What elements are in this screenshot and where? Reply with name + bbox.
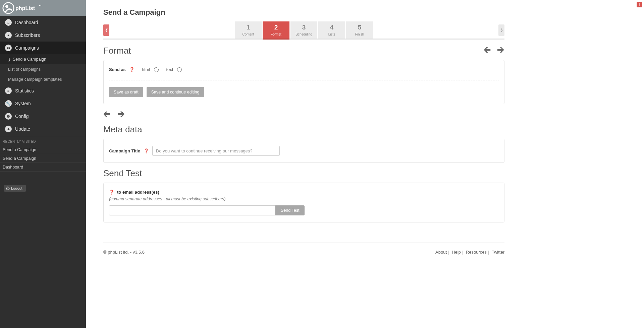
recent-header: RECENTLY VISITED xyxy=(0,137,86,145)
send-test-panel: ❓ to email address(es): (comma separate … xyxy=(103,183,504,222)
sidebar-item-label: System xyxy=(15,101,31,106)
campaign-title-input[interactable] xyxy=(152,146,280,156)
svg-point-1 xyxy=(5,5,8,8)
user-icon: ● xyxy=(5,32,12,39)
sidebar-item-update[interactable]: ＋ Update xyxy=(0,123,86,135)
sidebar-item-subscribers[interactable]: ● Subscribers xyxy=(0,29,86,42)
sidebar-sub-manage-templates[interactable]: Manage campaign templates xyxy=(0,74,86,84)
arrow-left-icon[interactable]: 🡰 xyxy=(484,46,491,55)
footer-phplist-link[interactable]: phpList ltd. xyxy=(108,250,129,255)
html-option-label: html xyxy=(142,67,150,72)
home-icon: ⌂ xyxy=(5,19,12,26)
text-radio[interactable] xyxy=(177,67,182,72)
svg-point-0 xyxy=(3,3,14,13)
svg-text:phpList: phpList xyxy=(15,5,35,11)
sidebar-sub-label: Manage campaign templates xyxy=(8,77,62,82)
plus-icon: ＋ xyxy=(5,126,12,132)
html-radio[interactable] xyxy=(154,67,159,72)
inline-nav-arrows: 🡰 🡲 xyxy=(103,110,504,119)
info-badge[interactable]: i xyxy=(637,2,642,7)
save-draft-button[interactable]: Save as draft xyxy=(109,87,143,97)
logo-bar[interactable]: phpList xyxy=(0,0,86,16)
campaign-title-label: Campaign Title xyxy=(109,148,140,153)
footer-link-about[interactable]: About xyxy=(435,250,447,255)
sidebar-item-statistics[interactable]: ≡ Statistics xyxy=(0,84,86,97)
recent-item[interactable]: Dashboard xyxy=(0,163,86,172)
sidebar-item-label: Subscribers xyxy=(15,32,40,38)
sidebar-item-system[interactable]: 🔧 System xyxy=(0,97,86,110)
gear-icon: ⚙ xyxy=(5,113,12,120)
mail-icon: ✉ xyxy=(5,45,12,51)
sidebar-item-campaigns[interactable]: ✉ Campaigns xyxy=(0,42,86,54)
svg-point-3 xyxy=(39,5,40,6)
sidebar: phpList ⌂ Dashboard ● Subscribers ✉ Camp… xyxy=(0,0,86,328)
footer: © phpList ltd. - v3.5.6 About| Help| Res… xyxy=(103,243,504,255)
footer-link-help[interactable]: Help xyxy=(452,250,461,255)
step-tab-format[interactable]: 2 Format xyxy=(263,21,289,39)
section-nav-arrows: 🡰 🡲 xyxy=(484,46,504,55)
test-note: (comma separate addresses - all must be … xyxy=(109,197,499,201)
sidebar-item-label: Dashboard xyxy=(15,20,38,25)
sidebar-sub-list-campaigns[interactable]: List of campaigns xyxy=(0,64,86,74)
arrow-right-icon[interactable]: 🡲 xyxy=(117,110,125,119)
arrow-right-icon[interactable]: 🡲 xyxy=(497,46,504,55)
svg-point-4 xyxy=(41,5,41,6)
sidebar-item-label: Config xyxy=(15,114,29,119)
step-next-button[interactable]: ❯ xyxy=(498,24,504,36)
sidebar-item-label: Statistics xyxy=(15,88,34,93)
save-continue-button[interactable]: Save and continue editing xyxy=(147,87,204,97)
format-section-title: Format xyxy=(103,46,131,56)
logout-label: Logout xyxy=(11,186,22,190)
send-as-label: Send as xyxy=(109,67,126,72)
step-prev-button[interactable]: ❮ xyxy=(103,24,109,36)
main-content: Send a Campaign ❮ 1 Content 2 Format 3 S… xyxy=(86,0,515,328)
help-icon[interactable]: ❓ xyxy=(129,67,135,72)
sidebar-item-label: Campaigns xyxy=(15,45,39,51)
help-icon[interactable]: ❓ xyxy=(109,190,114,195)
sidebar-item-config[interactable]: ⚙ Config xyxy=(0,110,86,123)
wrench-icon: 🔧 xyxy=(5,100,12,107)
step-tab-finish[interactable]: 5 Finish xyxy=(346,21,373,39)
step-tab-content[interactable]: 1 Content xyxy=(235,21,262,39)
chevron-right-icon: ❯ xyxy=(8,58,11,61)
stats-icon: ≡ xyxy=(5,87,12,94)
footer-links: About| Help| Resources| Twitter xyxy=(435,250,504,255)
logout-button[interactable]: ⏻ Logout xyxy=(4,185,26,192)
step-tab-lists[interactable]: 4 Lists xyxy=(318,21,345,39)
sidebar-sub-label: List of campaigns xyxy=(8,67,41,72)
power-icon: ⏻ xyxy=(6,186,10,190)
sidebar-item-label: Update xyxy=(15,126,30,132)
sidebar-sub-send-campaign[interactable]: ❯ Send a Campaign xyxy=(0,54,86,64)
test-email-input[interactable] xyxy=(109,205,275,215)
sidebar-sub-label: Send a Campaign xyxy=(13,57,46,62)
step-tab-scheduling[interactable]: 3 Scheduling xyxy=(290,21,317,39)
text-option-label: text xyxy=(166,67,173,72)
divider xyxy=(109,80,499,80)
send-test-section-title: Send Test xyxy=(103,168,504,179)
format-panel: Send as ❓ html text Save as draft Save a… xyxy=(103,60,504,104)
help-icon[interactable]: ❓ xyxy=(144,148,149,153)
footer-copyright: © phpList ltd. - v3.5.6 xyxy=(103,250,145,255)
steps-row: ❮ 1 Content 2 Format 3 Scheduling 4 List… xyxy=(103,21,504,40)
meta-panel: Campaign Title ❓ xyxy=(103,139,504,163)
footer-link-resources[interactable]: Resources xyxy=(466,250,487,255)
footer-link-twitter[interactable]: Twitter xyxy=(492,250,504,255)
test-email-label: to email address(es): xyxy=(117,190,161,195)
sidebar-item-dashboard[interactable]: ⌂ Dashboard xyxy=(0,16,86,29)
arrow-left-icon[interactable]: 🡰 xyxy=(103,110,111,119)
meta-section-title: Meta data xyxy=(103,124,504,135)
recent-item[interactable]: Send a Campaign xyxy=(0,145,86,154)
phplist-logo-icon: phpList xyxy=(2,2,47,14)
send-test-button[interactable]: Send Test xyxy=(275,205,305,215)
page-title: Send a Campaign xyxy=(103,8,504,17)
recent-item[interactable]: Send a Campaign xyxy=(0,154,86,163)
